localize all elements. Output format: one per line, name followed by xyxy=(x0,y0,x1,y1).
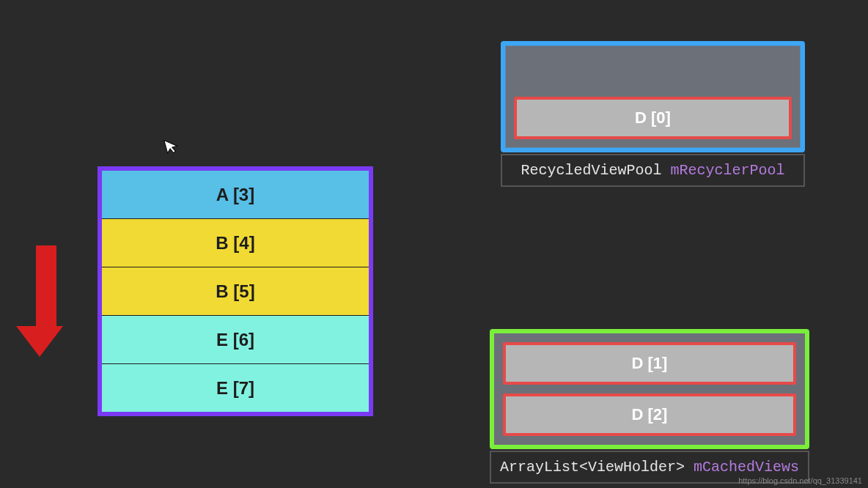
list-row: B [5] xyxy=(102,267,369,316)
list-row: E [6] xyxy=(102,316,369,364)
pool-item: D [0] xyxy=(514,97,792,139)
list-row: B [4] xyxy=(102,219,369,267)
pool-container: D [0] xyxy=(501,41,805,152)
pool-variable-name: mRecyclerPool xyxy=(671,162,785,179)
cache-item: D [1] xyxy=(503,342,796,385)
recycled-view-pool: D [0] RecycledViewPool mRecyclerPool xyxy=(501,41,805,187)
scroll-down-arrow xyxy=(29,245,63,357)
list-row: E [7] xyxy=(102,364,369,412)
pool-class-name: RecycledViewPool xyxy=(521,162,661,179)
cache-item: D [2] xyxy=(503,393,796,436)
cache-class-name: ArrayList<ViewHolder> xyxy=(500,459,685,476)
pool-label: RecycledViewPool mRecyclerPool xyxy=(501,154,805,187)
visible-list-viewport: A [3] B [4] B [5] E [6] E [7] xyxy=(98,166,373,416)
cache-container: D [1] D [2] xyxy=(490,329,809,449)
list-row: A [3] xyxy=(102,171,369,219)
cached-views-box: D [1] D [2] ArrayList<ViewHolder> mCache… xyxy=(490,329,809,484)
cache-variable-name: mCachedViews xyxy=(694,459,799,476)
cursor-icon xyxy=(162,136,182,160)
watermark: https://blog.csdn.net/qq_31339141 xyxy=(738,476,862,485)
